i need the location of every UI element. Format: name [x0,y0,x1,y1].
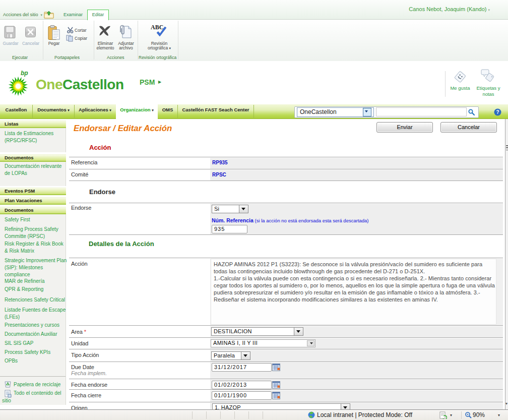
svg-text:?: ? [496,109,499,115]
svg-text:ABC: ABC [151,24,163,31]
